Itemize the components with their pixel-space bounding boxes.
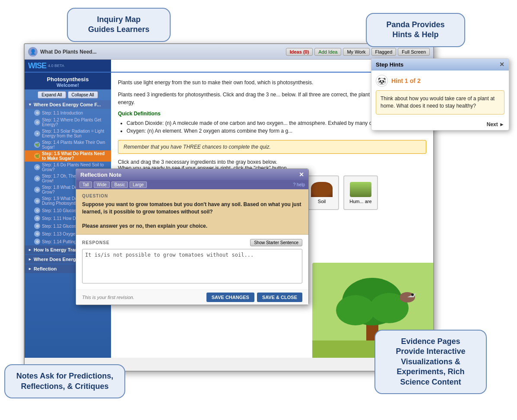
save-changes-btn[interactable]: SAVE CHANGES [206, 293, 254, 302]
ingredient-care[interactable]: Hum... are [343, 175, 378, 210]
toolbar-large-btn[interactable]: Large [130, 181, 147, 188]
wise-version: 4.0 BETA [48, 64, 64, 68]
hint-number: Hint 1 of 2 [391, 77, 421, 84]
hints-body: 🐼 Hint 1 of 2 Think about how you would … [371, 70, 509, 119]
response-section: RESPONSE Show Starter Sentence [76, 235, 308, 290]
soil-label: Soil [318, 199, 326, 204]
panda-icon: 🐼 [376, 75, 388, 87]
question-label: QUESTION [82, 194, 302, 198]
item-icon: ⚙ [34, 207, 40, 213]
section-1-label: Where Does Energy Come F... [34, 102, 101, 107]
sidebar-title: Photosynthesis [26, 76, 109, 83]
hint-header: 🐼 Hint 1 of 2 [376, 75, 504, 87]
reflection-dialog: Reflection Note ✕ Tall Wide Basic Large … [76, 169, 309, 305]
orange-notice: Remember that you have THREE chances to … [118, 140, 426, 154]
sidebar-item-1-3[interactable]: ☀ Step: 1.3 Solar Radiation = Light Ener… [25, 128, 111, 139]
callout-panda-text: Panda Provides Hints & Help [386, 20, 444, 39]
dialog-title: Reflection Note [80, 172, 121, 178]
item-icon: ⚙ [34, 223, 40, 229]
toolbar-basic-btn[interactable]: Basic [111, 181, 128, 188]
full-screen-btn[interactable]: Full Screen [398, 48, 430, 56]
callout-notes: Notes Ask for Predictions, Reflections, … [4, 364, 125, 398]
sidebar-welcome: Welcome! [26, 83, 109, 88]
sidebar-item-1-2[interactable]: ⚙ Step: 1.2 Where Do Plants Get Energy? [25, 117, 111, 128]
hint-text: Think about how you would take care of a… [376, 90, 504, 115]
question-section: QUESTION Suppose you want to grow tomato… [76, 189, 308, 235]
item-icon: 🌿 [34, 142, 40, 148]
sidebar-item-1-5-active[interactable]: 🌿 Step: 1.5 What Do Plants Need to Make … [25, 150, 111, 162]
dialog-footer: This is your first revision. SAVE CHANGE… [76, 290, 308, 305]
topbar-left: 👤 What Do Plants Need... [28, 47, 97, 57]
callout-evidence: Evidence Pages Provide Interactive Visua… [374, 330, 487, 394]
sidebar-item-1-4[interactable]: 🌿 Step: 1.4 Plants Make Their Own Sugar! [25, 139, 111, 150]
sidebar-btn-row: Expand All Collapse All [25, 89, 111, 100]
logo-area: WISE 4.0 BETA [25, 61, 111, 70]
add-idea-btn[interactable]: Add Idea [314, 48, 341, 56]
item-icon: ⚙ [34, 215, 40, 221]
toolbar-tall-btn[interactable]: Tall [79, 181, 92, 188]
toolbar-wide-btn[interactable]: Wide [94, 181, 110, 188]
hints-titlebar: Step Hints ✕ [371, 59, 509, 70]
my-work-btn[interactable]: My Work [343, 48, 369, 56]
item-icon: ⚙ [34, 231, 40, 237]
flagged-btn[interactable]: Flagged [371, 48, 396, 56]
hint-next-btn[interactable]: Next ► [371, 119, 509, 130]
item-icon: ☀ [34, 130, 40, 137]
expand-all-btn[interactable]: Expand All [38, 91, 66, 99]
item-icon: ⚙ [34, 164, 40, 170]
hints-close-btn[interactable]: ✕ [499, 61, 504, 68]
topbar-right: Ideas (0) Add Idea My Work Flagged Full … [286, 48, 430, 56]
care-icon [350, 182, 371, 197]
collapse-all-btn[interactable]: Collapse All [68, 91, 98, 99]
care-label: Hum... are [349, 199, 371, 204]
callout-inquiry: Inquiry Map Guides Learners [67, 8, 171, 42]
dialog-titlebar: Reflection Note ✕ [76, 169, 308, 180]
item-icon: ⚙ [34, 175, 40, 181]
svg-point-3 [336, 295, 375, 325]
callout-evidence-text: Evidence Pages Provide Interactive Visua… [396, 337, 465, 386]
topbar-title: What Do Plants Need... [40, 49, 97, 55]
item-icon-active: 🌿 [34, 153, 40, 159]
sidebar-item-1-1[interactable]: ⚙ Step: 1.1 Introduction [25, 109, 111, 117]
svg-point-6 [411, 293, 414, 296]
section-2-label: How Is Energy Tran... [34, 247, 82, 252]
item-icon: ⚙ [34, 198, 40, 204]
callout-notes-text: Notes Ask for Predictions, Reflections, … [16, 372, 113, 390]
item-icon: ⚙ [34, 119, 40, 125]
soil-icon [311, 182, 333, 197]
dialog-toolbar: Tall Wide Basic Large ? help [76, 180, 308, 189]
hints-title: Step Hints [376, 61, 403, 68]
save-close-btn[interactable]: SAVE & CLOSE [257, 293, 302, 302]
response-textarea[interactable] [82, 249, 302, 283]
footer-buttons: SAVE CHANGES SAVE & CLOSE [206, 293, 302, 302]
question-text: Suppose you want to grow tomatoes but yo… [82, 201, 302, 230]
section-4-label: Reflection [34, 266, 57, 271]
footer-note: This is your first revision. [82, 295, 134, 300]
wise-logo: WISE [28, 61, 46, 70]
sidebar-header: Photosynthesis Welcome! [25, 73, 111, 89]
avatar-icon: 👤 [28, 47, 38, 57]
sidebar-section-1[interactable]: ▼ Where Does Energy Come F... [25, 100, 111, 109]
step-hints-panel: Step Hints ✕ 🐼 Hint 1 of 2 Think about h… [371, 58, 509, 130]
dialog-help: ? help [293, 182, 305, 187]
item-icon: ⚙ [34, 187, 40, 193]
item-icon: ⚙ [34, 110, 40, 116]
ingredient-soil[interactable]: Soil [304, 175, 339, 210]
response-label-row: RESPONSE Show Starter Sentence [82, 239, 302, 246]
starter-sentence-btn[interactable]: Show Starter Sentence [250, 239, 302, 246]
ideas-btn[interactable]: Ideas (0) [286, 48, 313, 56]
dialog-close-btn[interactable]: ✕ [299, 171, 304, 178]
section-3-label: Where Does Energ... [34, 257, 80, 262]
response-label: RESPONSE [82, 240, 110, 245]
callout-panda: Panda Provides Hints & Help [366, 13, 465, 47]
callout-inquiry-text: Inquiry Map Guides Learners [88, 15, 149, 34]
item-icon: ⚙ [34, 239, 40, 245]
dialog-body: QUESTION Suppose you want to grow tomato… [76, 189, 308, 290]
